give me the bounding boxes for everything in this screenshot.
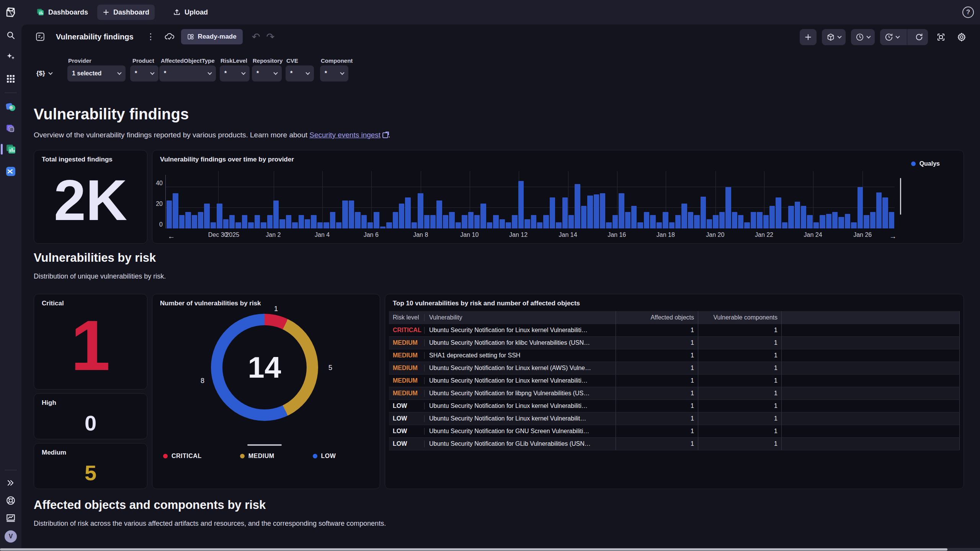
bar[interactable] — [449, 212, 454, 228]
bar[interactable] — [751, 212, 756, 228]
bar[interactable] — [167, 201, 172, 228]
bar[interactable] — [405, 197, 410, 228]
bar[interactable] — [763, 215, 769, 228]
bar[interactable] — [625, 212, 630, 228]
timeframe-dropdown[interactable] — [851, 29, 875, 45]
bar[interactable] — [543, 215, 549, 228]
filter-component[interactable]: * — [320, 65, 348, 82]
bar[interactable] — [487, 222, 492, 228]
bar[interactable] — [738, 215, 743, 228]
table-row[interactable]: LOWUbuntu Security Notification for GLib… — [389, 438, 960, 450]
bar[interactable] — [575, 184, 580, 228]
bar[interactable] — [663, 212, 668, 228]
bar[interactable] — [707, 219, 712, 228]
bar[interactable] — [732, 212, 737, 228]
bar[interactable] — [537, 222, 542, 228]
tab-upload[interactable]: Upload — [168, 5, 213, 20]
findings-over-time-tile[interactable]: Vulnerability findings over time by prov… — [152, 150, 964, 244]
bar[interactable] — [619, 193, 624, 228]
bar[interactable] — [456, 222, 461, 228]
bar[interactable] — [587, 196, 593, 228]
scrollbar-thumb[interactable] — [0, 548, 947, 551]
bar[interactable] — [845, 214, 850, 228]
dashboard-tile-icon[interactable] — [33, 29, 47, 44]
bar[interactable] — [374, 212, 379, 228]
table-row[interactable]: MEDIUMUbuntu Security Notification for k… — [389, 337, 960, 349]
bar[interactable] — [292, 222, 297, 228]
bar[interactable] — [657, 222, 662, 228]
bar[interactable] — [769, 206, 775, 228]
bar[interactable] — [719, 212, 725, 228]
bar[interactable] — [311, 215, 316, 228]
bar[interactable] — [223, 219, 229, 228]
security-events-ingest-link[interactable]: Security events ingest — [309, 131, 381, 139]
bar[interactable] — [631, 206, 637, 228]
table-row[interactable]: MEDIUMUbuntu Security Notification for L… — [389, 362, 960, 375]
bar[interactable] — [807, 215, 812, 228]
donut-legend-item[interactable]: CRITICAL — [163, 453, 202, 460]
bar[interactable] — [858, 187, 863, 228]
bar[interactable] — [725, 187, 731, 228]
bar[interactable] — [851, 222, 856, 228]
bar[interactable] — [493, 215, 498, 228]
bar[interactable] — [876, 192, 882, 228]
bar[interactable] — [386, 222, 392, 228]
scroll-right-arrow[interactable]: → — [889, 232, 897, 241]
bar[interactable] — [612, 215, 618, 228]
filter-provider[interactable]: 1 selected — [67, 65, 126, 82]
bar[interactable] — [882, 197, 888, 228]
high-tile[interactable]: High 0 — [34, 393, 147, 439]
bar[interactable] — [380, 227, 385, 228]
col-header-risk-level[interactable]: Risk level — [389, 314, 424, 321]
kubernetes-app-icon[interactable] — [0, 100, 21, 114]
bar[interactable] — [418, 193, 423, 228]
bar[interactable] — [782, 222, 787, 228]
filter-affectedobjecttype[interactable]: * — [159, 65, 216, 82]
more-options-icon[interactable]: ⋮ — [144, 32, 158, 42]
bar[interactable] — [336, 222, 341, 228]
bar[interactable] — [644, 212, 649, 228]
bar[interactable] — [412, 222, 417, 228]
bar[interactable] — [273, 201, 279, 228]
bar[interactable] — [568, 215, 574, 228]
bar[interactable] — [795, 202, 800, 228]
bar[interactable] — [317, 222, 323, 228]
bar[interactable] — [342, 201, 348, 228]
table-row[interactable]: LOWUbuntu Security Notification for Linu… — [389, 412, 960, 425]
bar[interactable] — [430, 215, 436, 228]
table-row[interactable]: LOWUbuntu Security Notification for GNU … — [389, 425, 960, 438]
horizontal-scrollbar[interactable] — [0, 548, 980, 551]
bar[interactable] — [744, 222, 750, 228]
bar[interactable] — [776, 197, 781, 228]
total-ingested-findings-tile[interactable]: Total ingested findings 2K — [34, 150, 147, 244]
bar[interactable] — [468, 212, 474, 228]
tab-dashboard-active[interactable]: Dashboard — [97, 5, 155, 20]
bar[interactable] — [235, 222, 241, 228]
bar[interactable] — [399, 204, 404, 228]
bar[interactable] — [474, 215, 480, 228]
bar[interactable] — [355, 212, 360, 228]
bar[interactable] — [820, 215, 825, 228]
bar[interactable] — [173, 193, 178, 228]
bar[interactable] — [694, 215, 699, 228]
bar[interactable] — [524, 219, 530, 228]
bar[interactable] — [713, 215, 718, 228]
ready-made-badge[interactable]: Ready-made — [181, 29, 243, 44]
bar[interactable] — [826, 214, 831, 228]
bar[interactable] — [788, 206, 794, 228]
bar[interactable] — [192, 215, 197, 228]
table-row[interactable]: MEDIUMUbuntu Security Notification for l… — [389, 387, 960, 400]
bar[interactable] — [211, 222, 216, 228]
bar[interactable] — [701, 197, 706, 228]
donut-scrollbar[interactable] — [247, 444, 282, 446]
bar[interactable] — [562, 197, 568, 228]
bar[interactable] — [261, 222, 266, 228]
filter-cve[interactable]: * — [286, 65, 314, 82]
chart-cursor-handle[interactable] — [900, 178, 901, 215]
bar[interactable] — [531, 215, 536, 228]
settings-gear-icon[interactable] — [954, 29, 969, 45]
bar[interactable] — [305, 219, 310, 228]
bar[interactable] — [870, 212, 875, 228]
bar[interactable] — [550, 197, 555, 228]
filter-repository[interactable]: * — [252, 65, 282, 82]
